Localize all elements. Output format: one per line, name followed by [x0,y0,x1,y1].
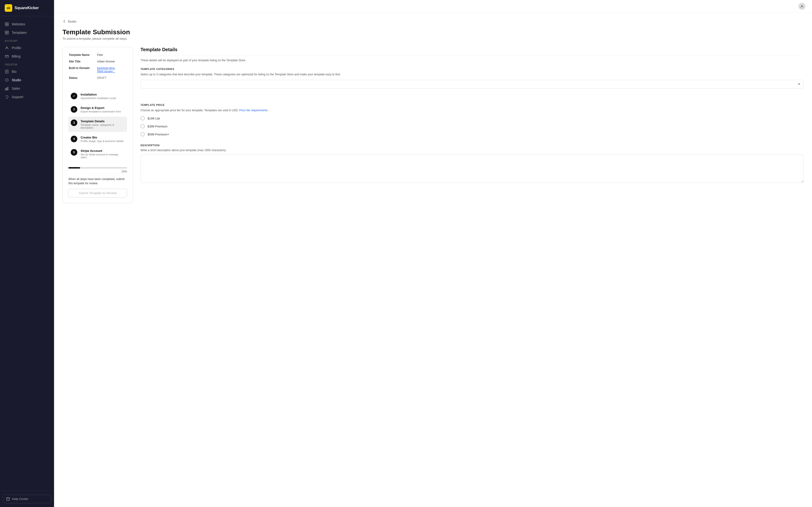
svg-rect-15 [5,89,6,90]
step-item-design[interactable]: 2 Design & Export Export template to sub… [68,103,127,116]
step-item-creator-bio[interactable]: 4 Creator Bio Profile image, logo & busi… [68,133,127,145]
sidebar-item-templates-label: Templates [12,31,27,35]
description-field-group: DESCRIPTION Write a short description ab… [141,144,804,184]
content-area: Studio Template Submission To submit a t… [54,13,812,210]
topbar [54,0,812,13]
user-avatar[interactable] [798,3,805,10]
step-title-2: Design & Export [81,106,121,110]
status-label: Status [69,76,97,79]
radio-label-premium-plus: $599 Premium+ [148,133,169,136]
right-panel-desc: These details will be displayed as part … [141,59,804,62]
sidebar-item-studio[interactable]: Studio [0,76,54,84]
sidebar-item-billing[interactable]: Billing [0,52,54,61]
help-center-button[interactable]: Help Center [3,495,51,503]
svg-point-18 [6,98,6,99]
step-item-installation[interactable]: ✓ Installation SquareKicker installation… [68,90,127,102]
bio-icon [5,69,9,74]
step-desc-3: Template name, categories & description [81,123,125,129]
step-desc-1: SquareKicker installation script [81,97,116,100]
domain-value[interactable]: tarantula-okra-58p6.square... [97,66,126,73]
progress-percentage: 20% [68,170,127,173]
back-label: Studio [68,20,77,23]
page-title: Template Submission [62,29,804,36]
main-content: Studio Template Submission To submit a t… [54,0,812,507]
sidebar-item-sales[interactable]: Sales [0,84,54,93]
radio-lite[interactable]: $199 Lite [141,116,804,120]
svg-rect-6 [7,33,8,34]
price-help: Choose an appropriate price tier for you… [141,108,804,112]
step-title-5: Stripe Account [81,149,125,153]
sidebar-item-billing-label: Billing [12,54,20,58]
step-title-4: Creator Bio [81,136,123,139]
step-circle-5: 5 [71,149,77,156]
step-desc-5: Set up Stripe account to manage sales [81,153,125,159]
sidebar-item-support-label: Support [12,95,23,99]
price-label: TEMPLATE PRICE [141,104,804,106]
svg-rect-1 [7,22,8,24]
radio-circle-lite [141,116,145,120]
domain-label: Built-in Domain [69,66,97,73]
back-link[interactable]: Studio [62,19,804,23]
submit-button[interactable]: Submit Template for Review [68,189,127,198]
steps-list: ✓ Installation SquareKicker installation… [68,90,127,162]
price-tier-link[interactable]: Price tier requirements [239,109,268,112]
svg-rect-2 [5,24,7,26]
sidebar-item-websites[interactable]: Websites [0,20,54,29]
radio-circle-premium-plus [141,132,145,136]
description-textarea[interactable] [141,155,804,183]
sidebar-item-websites-label: Websites [12,22,25,26]
radio-premium-plus[interactable]: $599 Premium+ [141,132,804,136]
svg-point-21 [801,5,803,7]
categories-help: Select up to 3 categories that best desc… [141,72,804,76]
completion-note: When all steps have been completed, subm… [68,177,127,185]
template-info-table: Template Name Felix Site Title Urban Gro… [68,53,127,83]
step-item-template-details[interactable]: 3 Template Details Template name, catego… [68,117,127,132]
templates-icon [5,31,9,35]
svg-marker-14 [5,78,8,81]
svg-rect-4 [5,31,8,32]
site-title-value: Urban Groove [97,60,115,63]
sidebar-item-profile[interactable]: Profile [0,44,54,52]
step-circle-4: 4 [71,136,77,142]
sidebar-logo: sk SquareKicker [0,0,54,16]
account-section-label: ACCOUNT [0,37,54,44]
site-title-row: Site Title Urban Groove [69,60,126,63]
step-item-stripe[interactable]: 5 Stripe Account Set up Stripe account t… [68,146,127,162]
svg-rect-16 [6,88,7,90]
svg-point-7 [6,47,7,48]
sidebar-item-support[interactable]: Support [0,93,54,101]
step-circle-1: ✓ [71,93,77,99]
sidebar-nav: Websites Templates ACCOUNT Profile Billi… [0,16,54,491]
studio-icon [5,78,9,82]
logo-icon: sk [5,4,12,12]
progress-bar-wrap [68,167,127,169]
template-name-label: Template Name [69,53,97,57]
price-field-group: TEMPLATE PRICE Choose an appropriate pri… [141,104,804,136]
step-desc-2: Export template to submission form [81,110,121,113]
price-help-text: Choose an appropriate price tier for you… [141,109,239,112]
step-text-5: Stripe Account Set up Stripe account to … [81,149,125,159]
sidebar-item-bio[interactable]: Bio [0,67,54,76]
sidebar: sk SquareKicker Websites Templates ACCOU… [0,0,54,507]
sidebar-item-bio-label: Bio [12,70,16,73]
radio-label-premium: $399 Premium [148,125,167,128]
categories-dropdown[interactable] [141,80,804,89]
radio-premium[interactable]: $399 Premium [141,124,804,128]
step-text-3: Template Details Template name, categori… [81,119,125,129]
support-icon [5,95,9,99]
svg-rect-17 [7,87,8,90]
step-desc-4: Profile image, logo & business details [81,139,123,143]
svg-rect-3 [7,24,8,26]
right-panel: Template Details These details will be d… [141,47,804,203]
step-text-2: Design & Export Export template to submi… [81,106,121,113]
sidebar-item-profile-label: Profile [12,46,21,50]
sidebar-item-sales-label: Sales [12,87,20,91]
sidebar-item-templates[interactable]: Templates [0,29,54,37]
websites-icon [5,22,9,26]
sidebar-footer: Help Center [0,491,54,507]
help-center-label: Help Center [12,497,28,501]
right-panel-title: Template Details [141,47,804,56]
progress-section: 20% [68,167,127,173]
sidebar-item-studio-label: Studio [12,78,21,82]
template-name-row: Template Name Felix [69,53,126,57]
